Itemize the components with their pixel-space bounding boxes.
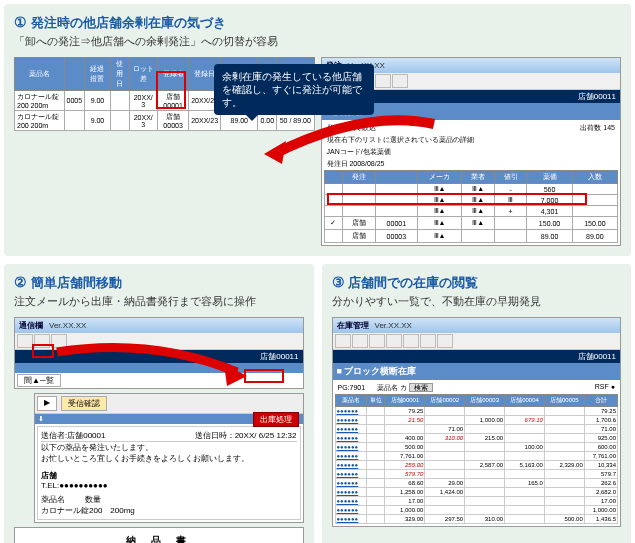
toolbar-btn[interactable] <box>386 334 402 348</box>
mail-col-label: 薬品名 <box>41 494 65 505</box>
svg-marker-0 <box>264 141 286 164</box>
inv-win-title: 在庫管理 <box>337 320 369 331</box>
mail-body: 以下の薬品を発注いたします。 <box>41 442 297 453</box>
section-2-subtitle: 注文メールから出庫・納品書発行まで容易に操作 <box>14 294 304 309</box>
section-3-subtitle: 分かりやすい一覧で、不動在庫の早期発見 <box>332 294 622 309</box>
toolbar-btn[interactable] <box>352 334 368 348</box>
callout-surplus: 余剰在庫の発生している他店舗を確認し、すぐに発注が可能です。 <box>214 64 374 115</box>
mail-tel: T.EL:●●●●●●●●●● <box>41 481 297 490</box>
toolbar-btn[interactable] <box>375 74 391 88</box>
highlight-tab <box>32 344 54 358</box>
section-1-title: 発注時の他店舗余剰在庫の気づき <box>31 15 226 30</box>
section-2-title: 簡単店舗間移動 <box>31 275 122 290</box>
section-1-heading: ① 発注時の他店舗余剰在庫の気づき <box>14 14 621 32</box>
section-1-subtitle: 「卸への発注⇒他店舗への余剰発注」への切替が容易 <box>14 34 621 49</box>
mail-win-title: 通信欄 <box>19 320 43 331</box>
inventory-window: 在庫管理Ver.XX.XX 店舗00011 ■ ブロック横断在庫 PG:7901… <box>332 317 622 527</box>
toolbar-btn[interactable] <box>369 334 385 348</box>
inv-section-bar: ■ ブロック横断在庫 <box>333 363 621 380</box>
inv-titlebar: 在庫管理Ver.XX.XX <box>333 318 621 333</box>
arrow-surplus <box>264 119 444 171</box>
search-button[interactable]: 検索 <box>409 383 433 392</box>
mail-item: カロナール錠200 200mg <box>41 505 297 516</box>
section-1: ① 発注時の他店舗余剰在庫の気づき 「卸への発注⇒他店舗への余剰発注」への切替が… <box>4 4 631 256</box>
mail-date: 送信日時：20XX/ 6/25 12:32 <box>195 430 297 441</box>
tab-receive[interactable]: 受信確認 <box>61 396 107 411</box>
highlight-order-row <box>327 193 587 205</box>
form-value: 出荷数 145 <box>580 123 615 133</box>
filter-name: 薬品名 カ <box>377 384 407 391</box>
toolbar-btn[interactable] <box>335 334 351 348</box>
section-1-num: ① <box>14 14 27 30</box>
section-3-num: ③ <box>332 274 345 290</box>
toolbar-btn[interactable] <box>420 334 436 348</box>
mail-body: お忙しいところ宜しくお手続きをよろしくお願いします。 <box>41 453 297 464</box>
section-3: ③ 店舗間での在庫の閲覧 分かりやすい一覧で、不動在庫の早期発見 在庫管理Ver… <box>322 264 632 543</box>
order-right-table: 発注メーカ業者値引薬価入数Ⅲ▲Ⅲ▲-560Ⅲ▲Ⅲ▲Ⅲ7,000Ⅲ▲Ⅲ▲+4,30… <box>324 170 619 243</box>
toolbar-btn[interactable] <box>437 334 453 348</box>
mail-detail-tabs: ▶ 受信確認 <box>35 394 303 414</box>
mail-titlebar: 通信欄Ver.XX.XX <box>15 318 303 333</box>
mail-detail: ▶ 受信確認 出庫処理 ⬇ 送信者:店舗00001送信日時：20XX/ 6/25… <box>34 393 304 523</box>
section-2: ② 簡単店舗間移動 注文メールから出庫・納品書発行まで容易に操作 通信欄Ver.… <box>4 264 314 543</box>
tab-list2[interactable]: ▶ <box>37 396 57 411</box>
toolbar-btn[interactable] <box>17 334 33 348</box>
section-3-title: 店舗間での在庫の閲覧 <box>348 275 478 290</box>
mail-store: 店舗 <box>41 471 57 480</box>
section-3-heading: ③ 店舗間での在庫の閲覧 <box>332 274 622 292</box>
inv-userbar: 店舗00011 <box>333 350 621 363</box>
highlight-registrant <box>156 71 186 109</box>
filter-rsf: RSF ● <box>595 383 615 390</box>
filter-pg: PG:7901 <box>338 384 366 391</box>
section-2-num: ② <box>14 274 27 290</box>
inv-win-ver: Ver.XX.XX <box>375 321 412 330</box>
mail-win-ver: Ver.XX.XX <box>49 321 86 330</box>
toolbar-btn[interactable] <box>392 74 408 88</box>
arrow-ship <box>52 342 252 384</box>
ship-button[interactable]: 出庫処理 <box>253 412 299 427</box>
delivery-note: 納 品 書 店舗00001 区分 合計金額 薬品名数量金額 <box>14 527 304 543</box>
toolbar-btn[interactable] <box>403 334 419 348</box>
section-2-heading: ② 簡単店舗間移動 <box>14 274 304 292</box>
inventory-table: 薬品名単位店舗00001店舗00002店舗00003店舗00004店舗00005… <box>335 394 619 524</box>
delivery-title: 納 品 書 <box>21 534 297 543</box>
mail-from: 送信者:店舗00001 <box>41 430 105 441</box>
inv-toolbar <box>333 333 621 350</box>
